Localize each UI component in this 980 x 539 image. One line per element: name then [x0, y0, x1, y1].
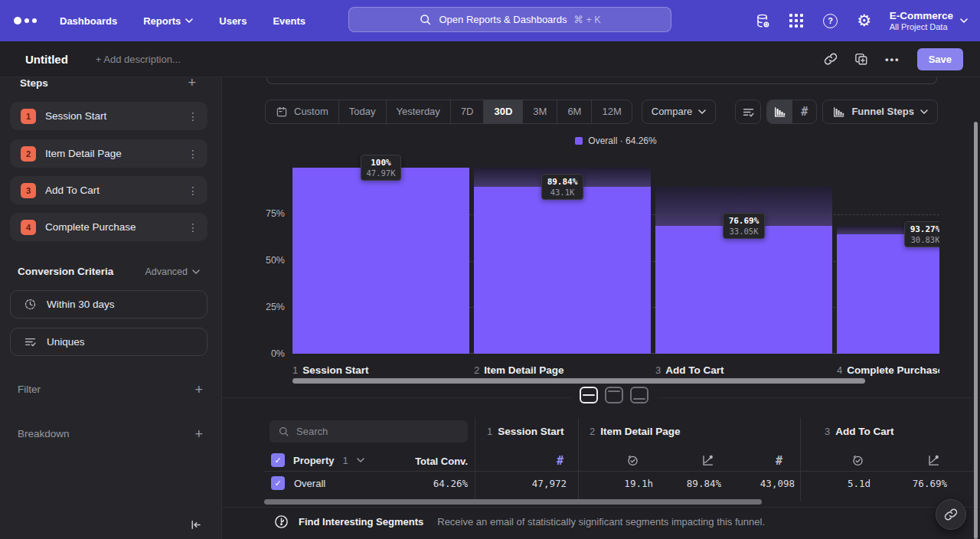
layout-toggle-group: [570, 387, 658, 403]
date-range-30d[interactable]: 30D: [483, 100, 522, 123]
date-toolbar: Custom Today Yesterday 7D 30D 3M 6M 12M …: [265, 100, 716, 124]
count-metric-icon[interactable]: #: [776, 454, 782, 468]
property-selector-row: ✓ Property 1: [271, 453, 364, 467]
chart-legend[interactable]: Overall · 64.26%: [292, 136, 939, 146]
compare-button[interactable]: Compare: [642, 100, 716, 124]
step-label: Item Detail Page: [45, 148, 122, 159]
interesting-segments-bar[interactable]: Find Interesting Segments Receive an ema…: [274, 514, 765, 529]
counting-method-setting[interactable]: Uniques: [10, 328, 207, 356]
step-number-badge: 4: [21, 220, 36, 235]
time-metric-icon[interactable]: [851, 454, 864, 467]
vertical-scrollbar[interactable]: [974, 122, 978, 539]
help-icon[interactable]: ?: [822, 12, 839, 29]
conversion-criteria-header: Conversion Criteria: [18, 266, 113, 277]
date-range-6m[interactable]: 6M: [557, 100, 591, 123]
sort-options-button[interactable]: [735, 100, 761, 124]
row-label[interactable]: Overall: [294, 478, 325, 489]
add-description-button[interactable]: + Add description...: [96, 54, 181, 65]
funnel-bar[interactable]: [837, 234, 939, 354]
date-range-custom[interactable]: Custom: [266, 100, 338, 123]
x-axis-label: 3Add To Cart: [655, 364, 724, 376]
select-all-checkbox[interactable]: ✓: [271, 453, 285, 467]
conversion-metric-icon[interactable]: [927, 454, 940, 467]
x-axis-label: 4Complete Purchase: [837, 364, 939, 376]
date-range-7d[interactable]: 7D: [450, 100, 484, 123]
bar-value-label: 100%47.97K: [361, 155, 402, 181]
add-filter-button[interactable]: +: [194, 384, 203, 395]
segments-title: Find Interesting Segments: [299, 516, 423, 528]
table-view-button[interactable]: [630, 387, 648, 403]
date-range-yesterday[interactable]: Yesterday: [386, 100, 450, 123]
step-card-4[interactable]: 4 Complete Purchase ⋮: [10, 213, 207, 241]
add-to-cart-time: 5.1d: [809, 478, 871, 489]
kebab-menu-icon[interactable]: ⋮: [188, 110, 198, 122]
kebab-menu-icon[interactable]: ⋮: [188, 221, 198, 234]
share-link-icon[interactable]: [824, 52, 838, 66]
project-switcher[interactable]: E-Commerce All Project Data: [890, 10, 968, 32]
save-button[interactable]: Save: [917, 48, 963, 70]
date-range-3m[interactable]: 3M: [522, 100, 557, 123]
step-card-3[interactable]: 3 Add To Cart ⋮: [10, 176, 207, 204]
row-checkbox[interactable]: ✓: [271, 476, 285, 490]
property-label[interactable]: Property: [293, 455, 334, 466]
add-to-cart-conv: 76.69%: [886, 478, 947, 489]
split-view-button[interactable]: [580, 387, 598, 403]
chevron-down-icon[interactable]: [357, 458, 364, 462]
collapse-sidebar-icon[interactable]: [189, 518, 202, 531]
chart-view-button[interactable]: [605, 387, 623, 403]
funnel-bar[interactable]: [474, 187, 651, 354]
table-header-divider: [264, 471, 974, 472]
kebab-menu-icon[interactable]: ⋮: [188, 148, 198, 160]
kebab-menu-icon[interactable]: ⋮: [188, 185, 198, 197]
chevron-down-icon: [960, 18, 968, 23]
table-horizontal-scrollbar[interactable]: [264, 499, 762, 505]
search-icon: [419, 13, 432, 26]
footer-divider: [222, 507, 980, 508]
date-range-today[interactable]: Today: [338, 100, 386, 123]
count-metric-icon[interactable]: #: [557, 454, 564, 468]
step-card-1[interactable]: 1 Session Start ⋮: [10, 102, 207, 130]
time-metric-icon[interactable]: [626, 454, 639, 467]
percent-view-button[interactable]: [767, 100, 792, 123]
value-mode-segmented-control: #: [766, 100, 817, 124]
nav-item-users[interactable]: Users: [219, 15, 247, 27]
settings-gear-icon[interactable]: ⚙: [856, 12, 873, 29]
duplicate-icon[interactable]: [854, 52, 868, 66]
total-conv-header[interactable]: Total Conv.: [375, 456, 468, 467]
add-step-button[interactable]: +: [188, 77, 196, 88]
number-view-button[interactable]: #: [792, 100, 816, 123]
advanced-toggle[interactable]: Advanced: [145, 266, 200, 277]
more-options-icon[interactable]: •••: [885, 54, 900, 65]
chart-horizontal-scrollbar[interactable]: [292, 378, 939, 384]
column-divider: [578, 417, 579, 501]
nav-item-reports[interactable]: Reports: [143, 15, 193, 27]
table-search-box[interactable]: [270, 420, 468, 443]
funnel-bar[interactable]: [292, 168, 469, 354]
date-range-12m[interactable]: 12M: [591, 100, 631, 123]
step-label: Complete Purchase: [45, 221, 136, 233]
table-search-input[interactable]: [296, 426, 459, 437]
nav-item-dashboards[interactable]: Dashboards: [60, 15, 117, 27]
report-title[interactable]: Untitled: [25, 53, 68, 66]
legend-swatch: [575, 137, 583, 145]
session-start-count: 47,972: [498, 478, 567, 489]
x-axis-label: 2Item Detail Page: [474, 364, 564, 376]
copy-link-floating-button[interactable]: [936, 499, 966, 530]
step-card-2[interactable]: 2 Item Detail Page ⋮: [10, 139, 207, 168]
apps-grid-icon[interactable]: [789, 12, 805, 29]
data-management-icon[interactable]: [755, 12, 772, 29]
global-search-button[interactable]: Open Reports & Dashboards ⌘ + K: [348, 7, 671, 32]
chart-type-dropdown[interactable]: Funnel Steps: [822, 100, 938, 124]
column-divider: [475, 417, 475, 501]
add-breakdown-button[interactable]: +: [194, 429, 203, 439]
item-detail-count: 43,098: [726, 478, 795, 489]
nav-item-events[interactable]: Events: [273, 15, 305, 27]
scrolled-card-edge: [266, 77, 937, 84]
y-axis-tick: 50%: [245, 255, 285, 266]
funnel-bar[interactable]: [655, 226, 832, 354]
conversion-metric-icon[interactable]: [701, 454, 714, 467]
conversion-window-setting[interactable]: Within 30 days: [10, 290, 207, 318]
chevron-down-icon: [192, 270, 200, 274]
chevron-down-icon: [920, 109, 928, 114]
mixpanel-logo[interactable]: [14, 17, 37, 24]
